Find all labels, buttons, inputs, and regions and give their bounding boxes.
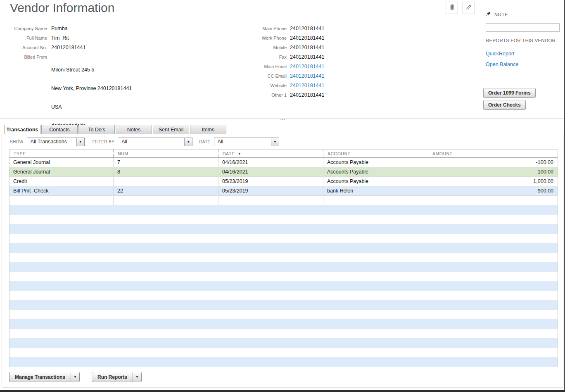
cell-account: bank Helen [323,186,428,195]
field-label: Account No. [10,44,47,53]
address-line: New York, Provinse 240120181441 [51,86,132,92]
chevron-down-icon[interactable]: ▼ [71,372,79,382]
table-header-row: TYPE NUM DATE▼ ACCOUNT AMOUNT [9,150,558,158]
vendor-contact-fields: Main Phone 240120181441 Work Phone 24012… [227,25,324,101]
field-label: CC Email [227,72,287,82]
pushpin-icon [486,11,491,18]
full-name-value: Tim Rit [51,34,132,44]
cell-num: 22 [113,186,218,195]
cell-num: 7 [113,158,218,167]
empty-row [9,253,558,262]
cell-amount: -900.00 [428,186,558,195]
order-1099-forms-button[interactable]: Order 1099 Forms [483,88,536,98]
field-label: Company Name [10,25,47,34]
tab-items[interactable]: Items [190,125,226,134]
empty-stripes [9,205,558,367]
empty-row [9,262,558,272]
note-input[interactable] [486,23,560,32]
run-reports-label[interactable]: Run Reports [92,372,133,382]
tab-sent-email[interactable]: Sent Email [153,125,189,134]
panel-splitter[interactable]: ⋯ [0,118,565,125]
field-label: Main Email [227,63,287,72]
cell-num: 8 [113,167,218,176]
empty-row [9,300,558,310]
empty-row [9,348,558,357]
date-dropdown[interactable]: All ▼ [214,138,279,146]
cell-amount: 100.00 [428,167,558,176]
edit-vendor-button[interactable] [463,2,475,14]
sort-desc-icon: ▼ [238,152,241,155]
cell-date: 05/23/2019 [218,177,323,186]
website-link[interactable]: 240120181441 [290,82,324,91]
empty-row [9,243,558,253]
transactions-panel: Transactions Contacts To Do's Notes Sent… [2,125,563,387]
company-name-value: Pumba [51,25,132,34]
cc-email-link[interactable]: 240120181441 [290,72,324,82]
chevron-down-icon[interactable]: ▼ [133,372,141,382]
cell-date: 04/16/2021 [218,167,323,176]
field-label: Other 1 [227,91,287,101]
run-reports-button[interactable]: Run Reports ▼ [92,372,142,382]
fax-value: 240120181441 [290,53,324,63]
chevron-down-icon: ▼ [76,138,84,146]
note-header: NOTE [486,11,508,18]
tab-label: Note [127,127,138,133]
cell-account: Accounts Payable [323,177,428,186]
cell-amount: -100.00 [428,158,558,167]
tab-to-dos[interactable]: To Do's [78,125,115,134]
tab-label: Transactions [6,127,38,133]
vendor-information-header: Vendor Information Company Name Pumba Fu… [0,0,565,118]
show-dropdown-value: All Transactions [27,138,76,146]
quickreport-link[interactable]: QuickReport [486,51,514,57]
field-label: Website [227,82,287,91]
tab-bar: Transactions Contacts To Do's Notes Sent… [2,125,563,134]
cell-account: Accounts Payable [323,158,428,167]
order-checks-button[interactable]: Order Checks [483,100,526,110]
page-title: Vendor Information [10,1,115,15]
tab-transactions[interactable]: Transactions [4,125,40,134]
empty-row [9,310,558,319]
manage-transactions-button[interactable]: Manage Transactions ▼ [9,372,80,382]
table-row-selected[interactable]: General Journal 8 04/16/2021 Accounts Pa… [9,167,558,177]
empty-row [9,234,558,243]
chevron-down-icon: ▼ [271,138,279,146]
show-dropdown[interactable]: All Transactions ▼ [27,138,85,146]
empty-row [9,215,558,224]
address-line: Miloni Streat 245 b [51,67,132,73]
field-label: Work Phone [227,34,287,44]
field-label: Main Phone [227,25,287,34]
attach-file-button[interactable] [446,2,458,14]
main-email-link[interactable]: 240120181441 [290,63,324,72]
show-label: SHOW [10,140,24,144]
table-row[interactable]: Bill Pmt -Check 22 05/23/2019 bank Helen… [9,186,558,196]
empty-row [9,224,558,234]
reports-heading: REPORTS FOR THIS VENDOR [486,38,561,46]
field-label: Fax [227,53,287,63]
column-header-num[interactable]: NUM [113,150,218,157]
cell-type: Credit [9,177,113,186]
filter-by-dropdown-value: All [118,138,184,146]
column-header-date[interactable]: DATE▼ [218,150,323,157]
open-balance-link[interactable]: Open Balance [486,62,518,67]
cell-type: General Journal [9,158,113,167]
field-label: Billed From [10,53,47,63]
manage-transactions-label[interactable]: Manage Transactions [9,372,71,382]
account-no-value: 240120181441 [51,44,132,53]
note-label: NOTE [494,12,508,17]
empty-row [9,338,558,348]
table-row[interactable]: Credit 05/23/2019 Accounts Payable 1,000… [9,177,558,186]
empty-row [9,329,558,338]
filter-by-dropdown[interactable]: All ▼ [118,138,192,146]
column-header-type[interactable]: TYPE [9,150,113,157]
tab-contacts[interactable]: Contacts [41,125,78,134]
column-header-account[interactable]: ACCOUNT [323,150,428,157]
column-header-amount[interactable]: AMOUNT [428,150,558,157]
table-row[interactable]: General Journal 7 04/16/2021 Accounts Pa… [9,158,558,167]
date-label: DATE [199,140,211,144]
cell-date: 05/23/2019 [218,186,323,195]
panel-footer: Manage Transactions ▼ Run Reports ▼ [9,372,563,382]
tab-notes[interactable]: Notes [116,125,152,134]
empty-row [9,357,558,367]
filter-row: SHOW All Transactions ▼ FILTER BY All ▼ … [2,134,563,149]
tab-label: Items [202,127,215,133]
